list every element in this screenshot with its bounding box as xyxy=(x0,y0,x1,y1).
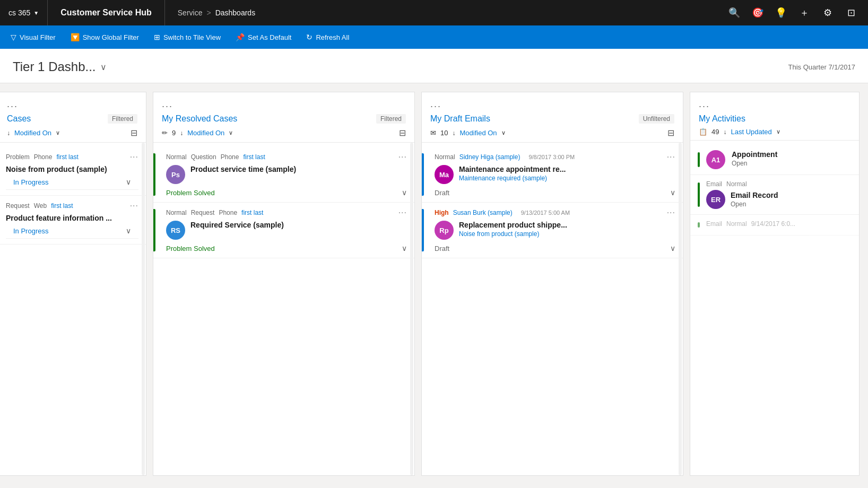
draft-email-1[interactable]: Normal Sidney Higa (sample) 9/8/2017 3:0… xyxy=(422,147,683,203)
draft-emails-menu-dots[interactable]: ... xyxy=(430,99,441,110)
case-item-2-chevron[interactable]: ∨ xyxy=(126,226,131,235)
activities-header: ... My Activities 📋 49 ↓ Last Updated ∨ xyxy=(690,92,859,141)
rc2-channel: Phone xyxy=(219,209,237,216)
resolved-view-toggle[interactable]: ⊟ xyxy=(399,128,406,138)
help-icon[interactable]: ⊡ xyxy=(840,2,862,23)
case-item-2-meta: Request Web first last ··· xyxy=(6,201,138,211)
app-switcher[interactable]: cs 365 ▼ xyxy=(0,0,48,25)
resolved-cases-list: Normal Question Phone first last ··· Ps … xyxy=(153,143,414,263)
visual-filter-button[interactable]: ▽ Visual Filter xyxy=(4,30,62,45)
de2-chevron[interactable]: ∨ xyxy=(670,244,675,252)
de2-menu[interactable]: ··· xyxy=(667,208,675,217)
activity-3-type: Email xyxy=(706,220,722,228)
case-item-1-chevron[interactable]: ∨ xyxy=(126,178,131,186)
resolved-sort-label[interactable]: Modified On xyxy=(187,129,224,137)
activities-sort-chevron[interactable]: ∨ xyxy=(776,128,780,135)
case-item-2-status-row[interactable]: In Progress ∨ xyxy=(6,223,138,239)
resolved-case-2[interactable]: Normal Request Phone first last ··· RS R… xyxy=(153,203,414,258)
case-item-2[interactable]: Request Web first last ··· Product featu… xyxy=(0,196,146,245)
cases-view-toggle[interactable]: ⊟ xyxy=(131,128,137,138)
cases-list: Problem Phone first last ··· Noise from … xyxy=(0,143,146,249)
case-item-1-menu[interactable]: ··· xyxy=(130,152,138,162)
draft-emails-subheader: ✉ 10 ↓ Modified On ∨ ⊟ xyxy=(430,128,674,138)
activities-list-wrap: A1 Appointment Open Email Normal xyxy=(690,141,859,475)
app-switcher-chevron[interactable]: ▼ xyxy=(33,10,39,16)
resolved-cases-subheader: ✏ 9 ↓ Modified On ∨ ⊟ xyxy=(162,128,406,138)
rc2-title: Required Service (sample) xyxy=(190,221,407,229)
case-item-1-title: Noise from product (sample) xyxy=(6,165,138,173)
app-name: Customer Service Hub xyxy=(48,0,165,25)
case-item-2-menu[interactable]: ··· xyxy=(130,201,138,211)
refresh-all-button[interactable]: ↻ Refresh All xyxy=(300,30,355,45)
resolved-case-1[interactable]: Normal Question Phone first last ··· Ps … xyxy=(153,147,414,203)
activities-subheader: 📋 49 ↓ Last Updated ∨ xyxy=(699,128,850,136)
rc2-chevron[interactable]: ∨ xyxy=(402,244,407,252)
breadcrumb-dashboards: Dashboards xyxy=(215,8,256,17)
dashboard-title-chevron[interactable]: ∨ xyxy=(100,62,107,72)
draft-emails-filter: Unfiltered xyxy=(639,114,674,124)
resolved-scrollbar[interactable] xyxy=(410,143,413,475)
resolved-sort-arrow[interactable]: ↓ xyxy=(180,129,183,137)
resolved-cases-card: ... My Resolved Cases Filtered ✏ 9 ↓ Mod… xyxy=(153,92,415,476)
top-nav: cs 365 ▼ Customer Service Hub Service > … xyxy=(0,0,868,25)
activity-2[interactable]: Email Normal ER Email Record Open xyxy=(690,175,859,215)
draft-view-toggle[interactable]: ⊟ xyxy=(667,128,674,138)
resolved-case-2-body: RS Required Service (sample) xyxy=(161,221,407,240)
email-icon: ✉ xyxy=(430,129,436,137)
de2-date: 9/13/2017 5:00 AM xyxy=(521,210,570,216)
activities-sort-arrow[interactable]: ↓ xyxy=(723,128,726,136)
de1-chevron[interactable]: ∨ xyxy=(670,188,675,197)
resolved-cases-menu-dots[interactable]: ... xyxy=(162,99,173,110)
plus-icon[interactable]: ＋ xyxy=(794,2,815,23)
de1-title: Maintenance appointment re... xyxy=(459,165,675,173)
activity-2-meta: Email Normal xyxy=(706,180,852,188)
cases-sort-chevron[interactable]: ∨ xyxy=(56,129,60,136)
de1-priority: Normal xyxy=(435,153,455,161)
activities-count: 49 xyxy=(711,128,719,136)
cases-sort-label[interactable]: Modified On xyxy=(14,129,51,137)
de1-status: Draft xyxy=(435,189,449,197)
bulb-icon[interactable]: 💡 xyxy=(770,2,792,23)
task-icon: 📋 xyxy=(699,128,707,136)
resolved-case-1-meta: Normal Question Phone first last ··· xyxy=(161,152,407,162)
breadcrumb-sep: > xyxy=(206,8,211,17)
case-item-1-status: In Progress xyxy=(13,178,48,186)
case-item-2-status: In Progress xyxy=(13,227,48,235)
case-item-2-type: Request xyxy=(6,202,30,210)
draft-emails-card: ... My Draft Emails Unfiltered ✉ 10 ↓ Mo… xyxy=(421,92,683,476)
rc1-menu[interactable]: ··· xyxy=(398,152,407,162)
resolved-case-1-body: Ps Product service time (sample) xyxy=(161,165,407,184)
de1-body: Ma Maintenance appointment re... Mainten… xyxy=(429,165,675,184)
set-as-default-button[interactable]: 📌 Set As Default xyxy=(229,30,298,45)
gear-icon[interactable]: ⚙ xyxy=(817,2,838,23)
refresh-all-label: Refresh All xyxy=(316,33,349,41)
case-item-1[interactable]: Problem Phone first last ··· Noise from … xyxy=(0,147,146,196)
activities-menu-dots[interactable]: ... xyxy=(699,99,710,110)
cases-title: Cases xyxy=(7,114,31,124)
case-item-2-owner: first last xyxy=(51,202,73,210)
search-icon[interactable]: 🔍 xyxy=(724,2,745,23)
activities-sort-label[interactable]: Last Updated xyxy=(731,128,771,136)
cases-scrollbar[interactable] xyxy=(142,143,145,475)
cases-menu-dots[interactable]: ... xyxy=(7,99,18,110)
activity-1[interactable]: A1 Appointment Open xyxy=(690,145,859,175)
rc2-menu[interactable]: ··· xyxy=(398,208,407,217)
rc1-chevron[interactable]: ∨ xyxy=(402,188,407,197)
switch-tile-view-button[interactable]: ⊞ Switch to Tile View xyxy=(147,30,227,45)
activity-2-title: Email Record xyxy=(731,191,778,199)
draft-sort-label[interactable]: Modified On xyxy=(459,129,497,137)
target-icon[interactable]: 🎯 xyxy=(747,2,768,23)
draft-sort-arrow[interactable]: ↓ xyxy=(452,129,455,137)
rc1-avatar: Ps xyxy=(166,165,185,184)
case-item-1-status-row[interactable]: In Progress ∨ xyxy=(6,175,138,190)
draft-emails-scrollbar[interactable] xyxy=(679,143,682,475)
show-global-filter-button[interactable]: 🔽 Show Global Filter xyxy=(64,30,145,45)
breadcrumb-service[interactable]: Service xyxy=(178,8,203,17)
cases-list-wrap: Problem Phone first last ··· Noise from … xyxy=(0,143,146,475)
draft-email-2[interactable]: High Susan Burk (sample) 9/13/2017 5:00 … xyxy=(422,203,683,258)
draft-sort-chevron[interactable]: ∨ xyxy=(501,129,506,136)
cases-sort-arrow[interactable]: ↓ xyxy=(7,129,10,137)
resolved-sort-chevron[interactable]: ∨ xyxy=(229,129,233,136)
de1-menu[interactable]: ··· xyxy=(667,152,675,162)
visual-filter-label: Visual Filter xyxy=(20,33,56,41)
